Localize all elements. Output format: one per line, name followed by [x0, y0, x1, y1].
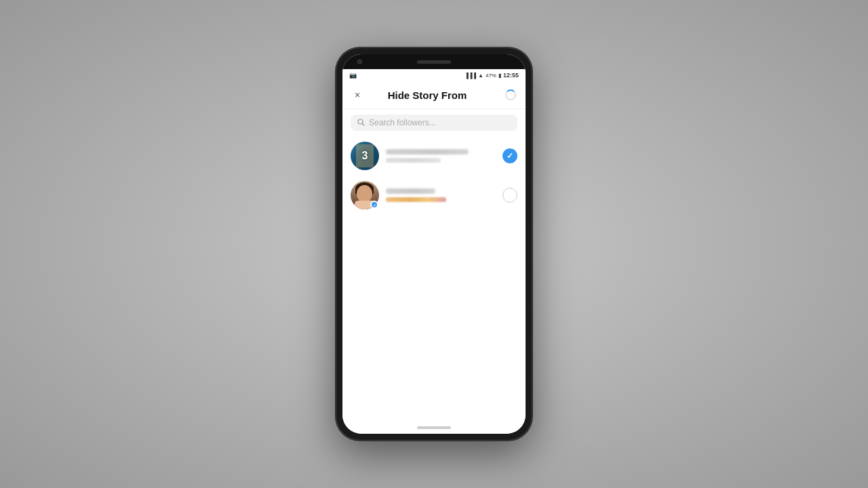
phone-speaker [417, 60, 451, 64]
battery-icon: ▮ [498, 73, 501, 79]
close-button[interactable]: × [351, 88, 364, 102]
home-bar [417, 426, 451, 429]
page-title: Hide Story From [364, 89, 490, 101]
follower-info [386, 149, 496, 163]
avatar-wrapper [351, 142, 379, 170]
front-camera [357, 60, 362, 64]
follower-username [386, 158, 441, 163]
search-input[interactable]: Search followers... [369, 118, 511, 127]
phone-device: 📷 ▐▐▐ ▲ 47% ▮ 12:55 × Hide Story From [336, 47, 532, 441]
video-icon: 📷 [349, 72, 357, 79]
save-action[interactable] [504, 88, 517, 102]
svg-line-1 [363, 123, 365, 125]
follower-info [386, 188, 496, 202]
search-bar[interactable]: Search followers... [351, 115, 517, 131]
search-container: Search followers... [342, 109, 526, 136]
avatar [351, 142, 379, 170]
app-screen: × Hide Story From Search followers... [342, 81, 526, 422]
loading-spinner [505, 89, 516, 100]
status-right: ▐▐▐ ▲ 47% ▮ 12:55 [465, 72, 519, 79]
svg-point-0 [358, 119, 363, 124]
followers-list [342, 136, 526, 422]
home-indicator [342, 422, 526, 434]
phone-notch [342, 54, 526, 69]
battery-percent: 47% [486, 73, 496, 79]
select-checkbox-empty[interactable] [502, 188, 517, 203]
phone-screen: 📷 ▐▐▐ ▲ 47% ▮ 12:55 × Hide Story From [342, 54, 526, 434]
avatar-wrapper [351, 181, 379, 209]
follower-name [386, 188, 435, 194]
search-icon [357, 119, 365, 127]
follower-item[interactable] [342, 176, 526, 215]
avatar-face [357, 185, 372, 202]
status-left: 📷 [349, 72, 357, 79]
signal-icon: ▐▐▐ [465, 73, 476, 79]
follower-item[interactable] [342, 136, 526, 176]
select-checkbox-checked[interactable] [502, 148, 517, 163]
status-bar: 📷 ▐▐▐ ▲ 47% ▮ 12:55 [342, 69, 526, 81]
online-badge [370, 201, 378, 209]
time-display: 12:55 [503, 72, 519, 79]
wifi-icon: ▲ [478, 73, 484, 79]
follower-username [386, 197, 446, 202]
page-header: × Hide Story From [342, 81, 526, 109]
follower-name [386, 149, 469, 155]
